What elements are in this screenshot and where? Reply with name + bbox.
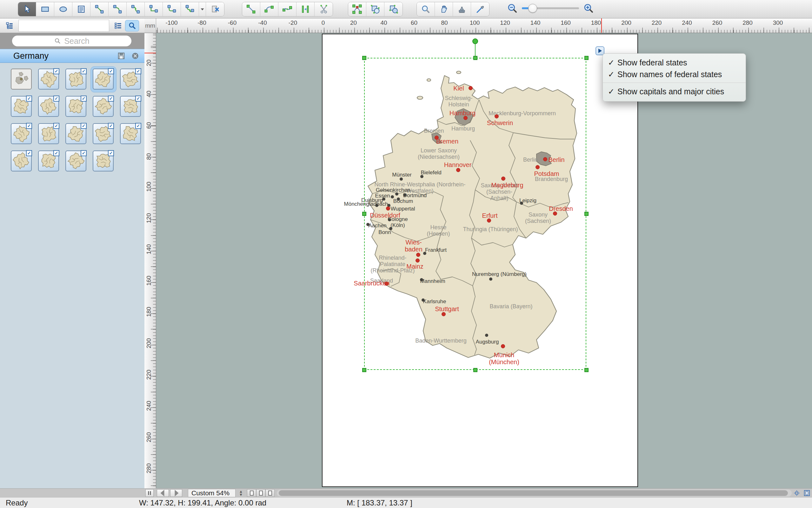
library-shape-1[interactable]	[8, 66, 35, 93]
selection-handle[interactable]	[473, 368, 478, 372]
shape-checked-badge[interactable]: ✓	[108, 95, 114, 101]
tool-rectangle-button[interactable]	[36, 2, 54, 16]
shape-checked-badge[interactable]: ✓	[26, 150, 32, 156]
library-shape-4[interactable]: ✓	[90, 66, 117, 93]
menu-item-show-names-of-federal-states[interactable]: ✓Show names of federal states	[603, 69, 746, 80]
selection-handle[interactable]	[473, 56, 478, 60]
selection-handle[interactable]	[362, 56, 366, 60]
save-library-icon[interactable]	[117, 51, 126, 60]
selection-handle[interactable]	[584, 56, 589, 60]
shape-checked-badge[interactable]: ✓	[135, 95, 141, 101]
tool-select-button[interactable]	[18, 2, 36, 16]
tool-ellipse-button[interactable]	[54, 2, 73, 16]
tool-eyedropper-tool-button[interactable]	[471, 2, 489, 16]
search-view-icon[interactable]	[125, 20, 139, 32]
selection-handle[interactable]	[362, 368, 366, 372]
search-input[interactable]: Search	[12, 36, 131, 46]
scrollbar-thumb[interactable]	[279, 490, 788, 496]
menu-item-show-capitals-and-major-cities[interactable]: ✓Show capitals and major cities	[603, 86, 746, 97]
zoom-out-icon[interactable]	[507, 3, 517, 13]
view-mode-continuous[interactable]	[265, 489, 275, 497]
vertical-ruler[interactable]: 20406080100120140160180200220240260280	[144, 33, 156, 488]
tool-divide-button[interactable]	[297, 2, 315, 16]
shape-checked-badge[interactable]: ✓	[135, 68, 141, 74]
selection-handle[interactable]	[584, 368, 589, 372]
list-view-icon[interactable]	[111, 20, 125, 32]
splitter-button[interactable]	[145, 489, 154, 497]
library-shape-9[interactable]: ✓	[90, 93, 117, 120]
library-shape-10[interactable]: ✓	[117, 93, 144, 120]
view-mode-single[interactable]	[247, 489, 256, 497]
tool-zoom-tool-button[interactable]	[417, 2, 435, 16]
tool-edit-curve-button[interactable]	[348, 2, 366, 16]
library-shape-13[interactable]: ✓	[62, 120, 90, 147]
tool-connector-direct-button[interactable]	[90, 2, 108, 16]
library-tab-field[interactable]	[18, 20, 109, 32]
shape-checked-badge[interactable]: ✓	[53, 68, 59, 74]
fit-page-icon[interactable]	[803, 489, 811, 497]
connector-dropdown-caret[interactable]	[199, 2, 206, 16]
page-next-button[interactable]	[170, 489, 182, 497]
close-library-icon[interactable]	[131, 51, 140, 60]
library-shape-12[interactable]: ✓	[35, 120, 62, 147]
zoom-in-icon[interactable]	[583, 3, 594, 13]
shape-checked-badge[interactable]: ✓	[108, 68, 114, 74]
rotation-handle[interactable]	[472, 38, 478, 44]
page-previous-button[interactable]	[157, 489, 169, 497]
tool-text-block-button[interactable]	[73, 2, 90, 16]
library-shape-7[interactable]: ✓	[35, 93, 62, 120]
library-shape-18[interactable]: ✓	[62, 147, 90, 175]
library-shape-6[interactable]: ✓	[8, 93, 35, 120]
shape-checked-badge[interactable]: ✓	[81, 68, 87, 74]
shape-checked-badge[interactable]: ✓	[26, 95, 32, 101]
menu-item-show-federal-states[interactable]: ✓Show federal states	[603, 57, 746, 69]
tool-draw-bezier-button[interactable]	[278, 2, 297, 16]
shape-checked-badge[interactable]: ✓	[53, 95, 59, 101]
shape-checked-badge[interactable]: ✓	[53, 123, 59, 129]
library-shape-14[interactable]: ✓	[90, 120, 117, 147]
library-shape-15[interactable]: ✓	[117, 120, 144, 147]
selection-handle[interactable]	[362, 212, 366, 216]
library-shape-2[interactable]: ✓	[35, 66, 62, 93]
library-panel-header[interactable]: Germany	[0, 49, 144, 63]
tool-connector-curved-button[interactable]	[181, 2, 199, 16]
tool-subtract-shapes-button[interactable]	[366, 2, 385, 16]
library-shape-16[interactable]: ✓	[8, 147, 35, 175]
tool-draw-arc-button[interactable]	[260, 2, 278, 16]
selection-rectangle[interactable]	[364, 58, 586, 370]
fit-to-window-icon[interactable]	[792, 489, 801, 497]
zoom-stepper[interactable]: ▲▼	[237, 489, 244, 497]
selection-handle[interactable]	[584, 212, 589, 216]
tool-connector-bezier-button[interactable]	[127, 2, 145, 16]
shape-checked-badge[interactable]: ✓	[53, 150, 59, 156]
drawing-canvas[interactable]: Schleswig- HolsteinMecklenburg-Vorpommer…	[156, 33, 812, 488]
library-shape-19[interactable]: ✓	[90, 147, 117, 175]
tool-connector-arc-button[interactable]	[108, 2, 127, 16]
tree-view-icon[interactable]	[3, 20, 16, 32]
tool-pan-tool-button[interactable]	[435, 2, 453, 16]
shape-checked-badge[interactable]: ✓	[81, 95, 87, 101]
view-mode-facing[interactable]	[256, 489, 265, 497]
library-shape-8[interactable]: ✓	[62, 93, 90, 120]
shape-checked-badge[interactable]: ✓	[108, 150, 114, 156]
library-shape-3[interactable]: ✓	[62, 66, 90, 93]
tool-connector-rounded-button[interactable]	[163, 2, 181, 16]
library-shape-11[interactable]: ✓	[8, 120, 35, 147]
shape-checked-badge[interactable]: ✓	[81, 150, 87, 156]
horizontal-ruler[interactable]: -100-80-60-40-20020406080100120140160180…	[156, 18, 812, 33]
zoom-level-select[interactable]: Custom 54%	[188, 489, 235, 497]
tool-connector-right-angle-button[interactable]	[145, 2, 163, 16]
shape-checked-badge[interactable]: ✓	[108, 123, 114, 129]
shape-checked-badge[interactable]: ✓	[135, 123, 141, 129]
shape-checked-badge[interactable]: ✓	[26, 123, 32, 129]
tool-stamp-tool-button[interactable]	[453, 2, 471, 16]
shape-checked-badge[interactable]: ✓	[81, 123, 87, 129]
library-shape-5[interactable]: ✓	[117, 66, 144, 93]
horizontal-scrollbar[interactable]	[277, 490, 792, 497]
zoom-slider-thumb[interactable]	[528, 4, 537, 13]
tool-scissors-button[interactable]	[315, 2, 333, 16]
tool-combine-shapes-button[interactable]	[385, 2, 403, 16]
library-shape-17[interactable]: ✓	[35, 147, 62, 175]
tool-draw-line-button[interactable]	[242, 2, 260, 16]
tool-delete-shape-button[interactable]	[206, 2, 224, 16]
